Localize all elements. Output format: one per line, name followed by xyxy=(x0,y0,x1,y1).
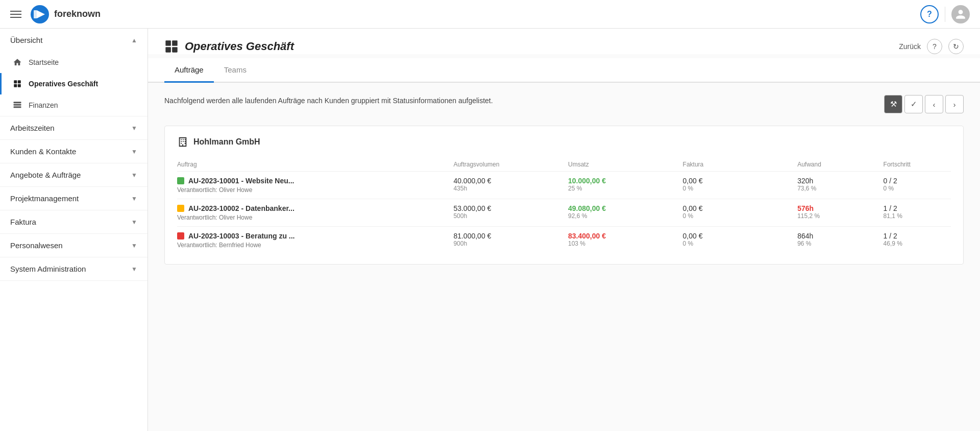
chevron-down-icon-3: ▼ xyxy=(131,172,137,179)
order-fortschritt: 1 / 2 xyxy=(884,232,947,240)
page-title-icon xyxy=(164,39,179,54)
sidebar-section-faktura: Faktura ▼ xyxy=(0,210,148,234)
tabs-bar: Aufträge Teams xyxy=(148,58,980,83)
toolbar-buttons: ⚒ ✓ ‹ › xyxy=(884,95,964,113)
sidebar-section-arbeitszeiten: Arbeitszeiten ▼ xyxy=(0,116,148,140)
order-id: AU-2023-10002 - Datenbanker... xyxy=(188,204,295,212)
svg-rect-7 xyxy=(14,102,21,103)
order-faktura-sub: 0 % xyxy=(683,185,790,192)
hamburger-menu[interactable] xyxy=(10,11,21,18)
wrench-icon: ⚒ xyxy=(890,100,897,109)
col-header-faktura: Faktura xyxy=(679,158,794,172)
col-header-fortschritt: Fortschritt xyxy=(879,158,951,172)
chevron-up-icon: ▲ xyxy=(131,37,137,44)
status-dot xyxy=(177,232,184,240)
sidebar-item-operatives[interactable]: Operatives Geschäft xyxy=(0,73,148,94)
order-aufwand: 320h xyxy=(797,177,875,185)
order-id: AU-2023-10001 - Website Neu... xyxy=(188,177,295,185)
sidebar-item-startseite[interactable]: Startseite xyxy=(0,52,148,73)
col-header-auftrag: Auftrag xyxy=(177,158,449,172)
sidebar-section-overview: Übersicht ▲ Startseite Operatives Geschä… xyxy=(0,29,148,116)
page-actions: Zurück ? ↻ xyxy=(899,39,964,54)
order-aufwand-sub: 96 % xyxy=(797,240,875,247)
description-row: Nachfolgend werden alle laufenden Aufträ… xyxy=(164,95,964,113)
chevron-down-icon-5: ▼ xyxy=(131,219,137,226)
order-volume: 53.000,00 € xyxy=(453,204,560,212)
customer-name: Hohlmann GmbH xyxy=(193,137,260,147)
description-text: Nachfolgend werden alle laufenden Aufträ… xyxy=(164,95,493,106)
sidebar-section-system-header[interactable]: System Administration ▼ xyxy=(0,257,148,280)
table-row[interactable]: AU-2023-10003 - Beratung zu ... Verantwo… xyxy=(177,227,951,254)
order-umsatz: 49.080,00 € xyxy=(568,204,675,212)
order-fortschritt: 0 / 2 xyxy=(884,177,947,185)
home-icon xyxy=(12,57,22,67)
svg-rect-8 xyxy=(14,104,21,106)
sidebar-section-kunden-header[interactable]: Kunden & Kontakte ▼ xyxy=(0,140,148,163)
header-divider xyxy=(945,7,945,22)
user-avatar[interactable] xyxy=(951,5,970,23)
order-faktura-sub: 0 % xyxy=(683,240,790,247)
order-faktura: 0,00 € xyxy=(683,177,790,185)
check-toolbar-btn[interactable]: ✓ xyxy=(904,95,923,113)
refresh-button[interactable]: ↻ xyxy=(948,39,964,54)
app-name: foreknown xyxy=(54,9,101,19)
order-responsible: Verantwortlich: Oliver Howe xyxy=(177,186,445,194)
sidebar-section-arbeitszeiten-header[interactable]: Arbeitszeiten ▼ xyxy=(0,116,148,139)
order-aufwand-sub: 115,2 % xyxy=(797,212,875,220)
page-title-row: Operatives Geschäft xyxy=(164,39,294,54)
back-button[interactable]: Zurück xyxy=(899,42,921,51)
operatives-icon xyxy=(12,79,22,89)
help-icon: ? xyxy=(927,10,932,19)
svg-rect-12 xyxy=(172,40,178,46)
app-logo: foreknown xyxy=(30,4,101,25)
help-icon-button[interactable]: ? xyxy=(920,5,939,23)
chevron-down-icon-7: ▼ xyxy=(131,266,137,273)
orders-table: Auftrag Auftragsvolumen Umsatz Faktura xyxy=(177,158,951,254)
sidebar-item-finanzen[interactable]: Finanzen xyxy=(0,94,148,116)
table-row[interactable]: AU-2023-10001 - Website Neu... Verantwor… xyxy=(177,172,951,199)
order-fortschritt-sub: 81,1 % xyxy=(884,212,947,220)
order-fortschritt-sub: 46,9 % xyxy=(884,240,947,247)
order-fortschritt-sub: 0 % xyxy=(884,185,947,192)
chevron-down-icon-4: ▼ xyxy=(131,195,137,202)
table-row[interactable]: AU-2023-10002 - Datenbanker... Verantwor… xyxy=(177,199,951,227)
order-volume-sub: 900h xyxy=(453,240,560,247)
sidebar-section-faktura-header[interactable]: Faktura ▼ xyxy=(0,210,148,233)
chevron-down-icon: ▼ xyxy=(131,125,137,132)
status-dot xyxy=(177,205,184,212)
order-umsatz-sub: 25 % xyxy=(568,185,675,192)
help-action-icon[interactable]: ? xyxy=(927,39,942,54)
order-id: AU-2023-10003 - Beratung zu ... xyxy=(188,232,295,240)
col-header-volume: Auftragsvolumen xyxy=(449,158,564,172)
customer-header: Hohlmann GmbH xyxy=(177,136,951,148)
sidebar-section-personalwesen-header[interactable]: Personalwesen ▼ xyxy=(0,234,148,257)
order-umsatz: 83.400,00 € xyxy=(568,232,675,240)
next-toolbar-btn[interactable]: › xyxy=(945,95,964,113)
prev-toolbar-btn[interactable]: ‹ xyxy=(925,95,943,113)
page-title: Operatives Geschäft xyxy=(185,40,294,53)
sidebar-section-system: System Administration ▼ xyxy=(0,257,148,281)
svg-rect-5 xyxy=(14,84,17,87)
question-icon: ? xyxy=(933,42,937,51)
chevron-left-icon: ‹ xyxy=(933,100,936,109)
svg-rect-2 xyxy=(34,10,37,18)
sidebar-section-projektmanagement: Projektmanagement ▼ xyxy=(0,187,148,210)
order-faktura: 0,00 € xyxy=(683,232,790,240)
sidebar-section-projektmanagement-header[interactable]: Projektmanagement ▼ xyxy=(0,187,148,210)
svg-rect-6 xyxy=(18,84,21,87)
order-responsible: Verantwortlich: Oliver Howe xyxy=(177,214,445,221)
col-header-aufwand: Aufwand xyxy=(793,158,879,172)
sidebar-section-angebote-header[interactable]: Angebote & Aufträge ▼ xyxy=(0,163,148,186)
svg-rect-4 xyxy=(18,80,21,83)
order-fortschritt: 1 / 2 xyxy=(884,204,947,212)
settings-toolbar-btn[interactable]: ⚒ xyxy=(884,95,902,113)
order-volume: 40.000,00 € xyxy=(453,177,560,185)
sidebar-section-overview-header[interactable]: Übersicht ▲ xyxy=(0,29,148,52)
chevron-right-icon: › xyxy=(953,100,956,109)
order-volume-sub: 435h xyxy=(453,185,560,192)
col-header-umsatz: Umsatz xyxy=(564,158,679,172)
tab-auftraege[interactable]: Aufträge xyxy=(164,58,214,83)
finanzen-icon xyxy=(12,100,22,110)
status-dot xyxy=(177,177,184,184)
tab-teams[interactable]: Teams xyxy=(214,58,257,83)
